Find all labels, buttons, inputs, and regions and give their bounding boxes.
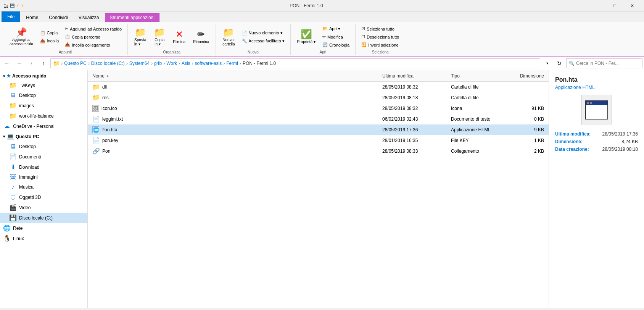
rinomina-button[interactable]: ✏ Rinomina (190, 28, 213, 46)
close-button[interactable]: ✕ (623, 0, 641, 11)
refresh-button[interactable]: ↻ (554, 58, 565, 69)
sidebar-item-desktop-quick[interactable]: 🖥 Desktop (0, 90, 87, 100)
table-row[interactable]: 🌐 Pon.hta 28/05/2019 17:36 Applicazione … (88, 124, 549, 135)
tab-condividi[interactable]: Condividi (44, 13, 72, 22)
sidebar-item-oggetti3d[interactable]: ⬡ Oggetti 3D (0, 192, 87, 202)
breadcrumb-system64[interactable]: System64 (129, 61, 150, 66)
file-list-header: Nome ▲ Ultima modifica Tipo Dimensione (88, 70, 549, 82)
breadcrumb-folder-icon: 📁 (53, 60, 60, 66)
sidebar-item-musica[interactable]: ♪ Musica (0, 182, 87, 192)
copiaIn-icon: 📁 (154, 28, 165, 37)
cut-icon: ✂ (65, 26, 68, 31)
search-input[interactable] (576, 61, 640, 66)
nuova-cartella-button[interactable]: 📁 Nuovacartella (219, 26, 238, 48)
breadcrumb-disco-locale[interactable]: Disco locale (C:) (91, 61, 125, 66)
computer-icon: 💻 (6, 133, 14, 140)
delete-icon: ✕ (175, 30, 183, 39)
sidebar-item-desktop[interactable]: 🖥 Desktop (0, 142, 87, 152)
tab-file[interactable]: File (2, 11, 20, 22)
sidebar-item-disco-locale[interactable]: 💾 Disco locale (C:) (0, 213, 87, 223)
col-header-data[interactable]: Ultima modifica (379, 70, 448, 81)
apri-button[interactable]: 📂 Apri ▾ (320, 25, 352, 32)
sidebar-item-documenti[interactable]: 📄 Documenti (0, 152, 87, 162)
desktop-icon: 🖥 (9, 92, 17, 99)
paste-icon: 📥 (40, 39, 45, 44)
breadcrumb-fermi[interactable]: Fermi (226, 61, 238, 66)
minimize-button[interactable]: — (588, 0, 606, 11)
breadcrumb-questo-pc[interactable]: Questo PC (64, 61, 87, 66)
preview-btn1 (587, 102, 589, 104)
proprieta-button[interactable]: ✅ Proprietà ▾ (294, 28, 319, 46)
tab-home[interactable]: Home (21, 13, 43, 22)
forward-button[interactable]: → (14, 58, 24, 69)
sposta-in-button[interactable]: 📁 Spostain ▾ (131, 26, 150, 48)
sidebar: ▾ ★ Accesso rapido 📁 _wKeys 🖥 Desktop 📁 … (0, 70, 88, 308)
ribbon-group-seleziona: ☑ Seleziona tutto ☐ Deseleziona tutto 🔁 … (356, 24, 405, 55)
table-row[interactable]: 📄 pon.key 28/01/2019 16:35 File KEY 1 KB (88, 135, 549, 146)
path-icon: 📋 (65, 34, 70, 39)
title-bar-title: PON - Fermi 1.0 (24, 3, 588, 8)
main-layout: ▾ ★ Accesso rapido 📁 _wKeys 🖥 Desktop 📁 … (0, 70, 644, 308)
sidebar-item-download[interactable]: ⬇ Download (0, 162, 87, 172)
elimina-button[interactable]: ✕ Elimina (169, 28, 189, 46)
incolla-collegamento-button[interactable]: 📥 Incolla collegamento (62, 41, 124, 48)
col-header-tipo[interactable]: Tipo (448, 70, 509, 81)
sidebar-quick-access-header[interactable]: ▾ ★ Accesso rapido (0, 72, 87, 80)
sidebar-questo-pc-header[interactable]: ▾ 💻 Questo PC (0, 131, 87, 142)
seleziona-tutto-button[interactable]: ☑ Seleziona tutto (359, 25, 402, 32)
nuovo-elemento-button[interactable]: 📄 Nuovo elemento ▾ (239, 29, 287, 37)
table-row[interactable]: 🖼 icon.ico 28/05/2019 08:32 Icona 91 KB (88, 103, 549, 114)
up-button[interactable]: ↑ (38, 58, 49, 69)
sidebar-item-immagini[interactable]: 🖼 Immagini (0, 172, 87, 182)
copy-icon: 📋 (40, 31, 45, 36)
breadcrumb-software-asis[interactable]: software-asis (195, 61, 222, 66)
col-header-nome[interactable]: Nome ▲ (89, 70, 379, 81)
sidebar-item-work-life[interactable]: 📁 work-life-balance (0, 111, 87, 121)
sidebar-item-linux[interactable]: 🐧 Linux (0, 233, 87, 244)
data-creazione-label: Data creazione: (555, 147, 589, 152)
details-filename: Pon.hta (555, 76, 578, 83)
dropdown-button[interactable]: ▾ (542, 58, 552, 69)
clipboard-small-btns2: ✂ Aggiungi ad Accesso rapido 📋 Copia per… (62, 25, 124, 48)
ribbon-group-organizza: 📁 Spostain ▾ 📁 Copiain ▾ ✕ Elimina ✏ Rin… (128, 24, 216, 55)
breadcrumb-asis[interactable]: Asis (182, 61, 190, 66)
rename-icon: ✏ (197, 30, 205, 39)
copia-in-button[interactable]: 📁 Copiain ▾ (150, 26, 169, 48)
back-button[interactable]: ← (2, 58, 12, 69)
nuovo-small-btns: 📄 Nuovo elemento ▾ 🔧 Accesso facilitato … (239, 29, 287, 45)
file-cell-date-key: 28/01/2019 16:35 (379, 138, 448, 143)
col-header-dim[interactable]: Dimensione (509, 70, 547, 81)
work-icon: 📁 (9, 112, 17, 119)
table-row[interactable]: 📄 leggimi.txt 06/02/2019 02:43 Documento… (88, 114, 549, 124)
sidebar-item-rete[interactable]: 🌐 Rete (0, 223, 87, 233)
breadcrumb-work[interactable]: Work (166, 61, 177, 66)
tab-visualizza[interactable]: Visualizza (74, 13, 104, 22)
aggiungi-accesso-rapido-button[interactable]: 📌 Aggiungi adAccesso rapido (6, 26, 37, 48)
taglia-button[interactable]: ✂ Aggiungi ad Accesso rapido (62, 25, 124, 32)
recent-locations-button[interactable]: ▾ (26, 58, 37, 69)
cronologia-button[interactable]: 🔄 Cronologia (320, 41, 352, 48)
breadcrumb-g4b[interactable]: g4b (154, 61, 162, 66)
3d-icon: ⬡ (9, 194, 17, 201)
incolla-button[interactable]: 📥 Incolla (37, 37, 62, 45)
tab-strumenti-applicazioni[interactable]: Strumenti applicazioni (105, 13, 159, 22)
deseleziona-tutto-button[interactable]: ☐ Deseleziona tutto (359, 33, 402, 40)
file-list-body: 📁 dll 28/05/2019 08:32 Cartella di file … (88, 82, 549, 308)
accesso-facilitato-button[interactable]: 🔧 Accesso facilitato ▾ (239, 37, 287, 45)
table-row[interactable]: 📁 dll 28/05/2019 08:32 Cartella di file (88, 82, 549, 92)
copia-percorso-button[interactable]: 📋 Copia percorso (62, 33, 124, 40)
drive-icon: 💾 (9, 214, 17, 221)
sidebar-item-video[interactable]: 🎬 Video (0, 202, 87, 213)
sidebar-item-images-quick[interactable]: 📁 images (0, 100, 87, 111)
table-row[interactable]: 🔗 Pon 28/05/2019 08:33 Collegamento 2 KB (88, 146, 549, 157)
maximize-button[interactable]: □ (606, 0, 623, 11)
appunti-content: 📌 Aggiungi adAccesso rapido 📋 Copia 📥 In… (6, 24, 124, 49)
organizza-content: 📁 Spostain ▾ 📁 Copiain ▾ ✕ Elimina ✏ Rin… (131, 24, 213, 49)
chevron-down-icon-pc: ▾ (3, 134, 5, 139)
modifica-button[interactable]: ✏ Modifica (320, 33, 352, 40)
table-row[interactable]: 📁 res 28/05/2019 08:18 Cartella di file (88, 92, 549, 103)
sidebar-item-wkeys[interactable]: 📁 _wKeys (0, 80, 87, 90)
sidebar-item-onedrive[interactable]: ☁ OneDrive - Personal (0, 121, 87, 131)
inverti-selezione-button[interactable]: 🔁 Inverti selezione (359, 41, 402, 48)
copia-button[interactable]: 📋 Copia (37, 29, 62, 37)
